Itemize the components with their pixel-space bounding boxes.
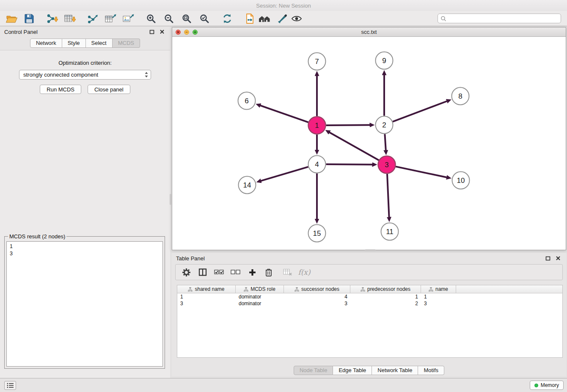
node-3[interactable]: 3 [378, 156, 396, 174]
window-splitter-grip[interactable] [365, 249, 376, 251]
zoom-in-button[interactable] [144, 12, 158, 25]
tab-select[interactable]: Select [86, 39, 113, 48]
save-session-button[interactable] [22, 12, 36, 25]
node-10[interactable]: 10 [452, 172, 470, 189]
zoom-out-icon [164, 14, 174, 24]
export-image-icon [122, 13, 134, 24]
table-tab-network-table[interactable]: Network Table [372, 366, 418, 375]
edge-3-to-10[interactable] [396, 166, 447, 177]
open-session-button[interactable] [4, 12, 19, 25]
status-bar: Memory [0, 378, 567, 392]
float-panel-button[interactable] [148, 28, 156, 35]
control-panel-tabs: NetworkStyleSelectMCDS [0, 39, 170, 48]
zoom-out-button[interactable] [162, 12, 176, 25]
minimize-window-button[interactable] [184, 30, 189, 35]
edge-4-to-14[interactable] [260, 167, 308, 181]
eye-icon [291, 15, 302, 22]
columns-icon [198, 268, 207, 276]
style-brush-button[interactable] [275, 12, 289, 25]
unchecked-boxes-icon [231, 269, 241, 275]
import-table-button[interactable] [63, 12, 77, 25]
export-network-icon [87, 13, 99, 24]
node-8[interactable]: 8 [452, 88, 469, 105]
node-2[interactable]: 2 [376, 116, 393, 134]
zoom-selected-button[interactable] [197, 12, 212, 25]
node-9[interactable]: 9 [376, 52, 393, 69]
table-tab-node-table[interactable]: Node Table [294, 366, 333, 375]
node-label: 4 [315, 160, 319, 168]
edge-1-to-6[interactable] [260, 105, 308, 122]
node-1[interactable]: 1 [308, 117, 326, 134]
select-all-columns-button[interactable] [213, 266, 226, 278]
refresh-view-button[interactable] [220, 12, 234, 25]
node-11[interactable]: 11 [381, 223, 399, 240]
edge-3-to-1[interactable] [329, 132, 379, 160]
node-4[interactable]: 4 [308, 156, 326, 173]
network-canvas[interactable]: 7968124314101511 [172, 37, 566, 250]
plus-icon [248, 268, 256, 276]
node-table: shared nameMCDS rolesuccessor nodesprede… [177, 285, 563, 358]
cell-MCDS-role: dominator [236, 300, 284, 307]
tab-style[interactable]: Style [62, 39, 86, 48]
criterion-dropdown[interactable]: strongly connected component [19, 70, 151, 80]
maximize-window-button[interactable] [193, 30, 198, 35]
tab-network[interactable]: Network [30, 39, 62, 48]
panel-splitter-grip[interactable] [170, 194, 171, 205]
table-row[interactable]: 1dominator411 [177, 293, 562, 300]
search-field[interactable] [438, 14, 561, 23]
delete-table-button[interactable] [281, 266, 294, 278]
apply-layout-button[interactable] [257, 12, 272, 25]
edge-3-to-11[interactable] [387, 174, 389, 218]
edge-1-to-2[interactable] [326, 125, 371, 125]
table-tab-edge-table[interactable]: Edge Table [333, 366, 372, 375]
edge-2-to-8[interactable] [393, 101, 448, 122]
status-menu-button[interactable] [4, 381, 16, 390]
search-input[interactable] [448, 16, 558, 22]
close-window-button[interactable] [176, 30, 181, 35]
table-row[interactable]: 3dominator323 [177, 300, 562, 307]
node-15[interactable]: 15 [308, 225, 326, 242]
delete-row-button[interactable] [262, 266, 275, 278]
show-columns-button[interactable] [196, 266, 209, 278]
float-table-panel-button[interactable] [544, 255, 552, 262]
mcds-result-list[interactable]: 13 [6, 241, 163, 367]
node-14[interactable]: 14 [239, 177, 256, 194]
export-table-button[interactable] [103, 12, 118, 25]
network-graph[interactable]: 7968124314101511 [172, 37, 566, 250]
column-header-predecessor-nodes[interactable]: predecessor nodes [350, 285, 421, 293]
close-panel-x-button[interactable] [158, 28, 166, 35]
document-share-icon [245, 13, 255, 24]
close-table-panel-button[interactable] [554, 255, 562, 262]
close-panel-button[interactable]: Close panel [88, 85, 130, 94]
network-window-titlebar[interactable]: scc.txt [172, 28, 566, 37]
column-label: predecessor nodes [367, 286, 410, 292]
export-image-button[interactable] [121, 12, 135, 25]
mcds-result-title: MCDS result (2 nodes) [8, 233, 66, 240]
copy-style-button[interactable] [243, 12, 257, 25]
node-6[interactable]: 6 [238, 92, 256, 110]
column-header-shared-name[interactable]: shared name [177, 285, 236, 293]
column-header-name[interactable]: name [421, 285, 456, 293]
tab-mcds[interactable]: MCDS [113, 39, 140, 48]
export-network-button[interactable] [85, 12, 100, 25]
open-folder-icon [6, 14, 17, 24]
column-header-successor-nodes[interactable]: successor nodes [284, 285, 350, 293]
run-mcds-button[interactable]: Run MCDS [40, 85, 81, 94]
cell-name: 3 [421, 300, 456, 307]
function-builder-button[interactable]: f(x) [298, 266, 311, 278]
show-hide-graphics-button[interactable] [289, 12, 304, 25]
table-settings-button[interactable] [180, 266, 193, 278]
memory-button[interactable]: Memory [530, 381, 564, 390]
node-7[interactable]: 7 [308, 53, 326, 70]
node-label: 7 [315, 58, 319, 66]
column-header-MCDS-role[interactable]: MCDS role [236, 285, 284, 293]
edge-2-to-3[interactable] [385, 134, 386, 151]
import-network-button[interactable] [45, 12, 59, 25]
zoom-fit-button[interactable] [179, 12, 194, 25]
edge-4-to-3[interactable] [326, 164, 373, 165]
unselect-all-columns-button[interactable] [229, 266, 242, 278]
close-glyph-icon [176, 30, 180, 34]
table-tab-motifs[interactable]: Motifs [418, 366, 444, 375]
mcds-result-line: 1 [10, 243, 160, 250]
add-row-button[interactable] [246, 266, 259, 278]
